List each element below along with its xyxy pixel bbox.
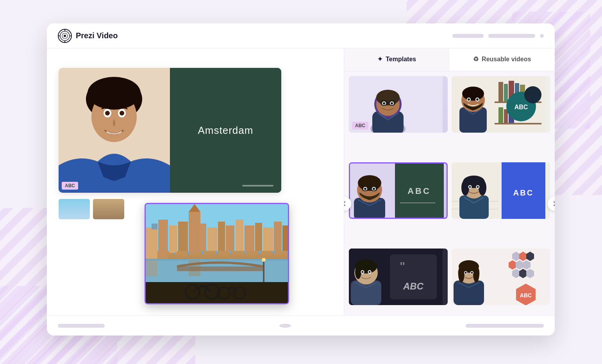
svg-point-118	[362, 271, 364, 273]
svg-point-15	[120, 111, 124, 115]
templates-tab-label: Templates	[386, 56, 416, 63]
top-bar-controls	[452, 34, 544, 38]
svg-rect-24	[198, 224, 206, 251]
svg-point-14	[105, 111, 110, 115]
svg-rect-109	[390, 254, 437, 299]
svg-point-135	[458, 265, 464, 282]
svg-point-11	[88, 77, 141, 110]
editor-panel: ABC Amsterdam	[47, 48, 344, 336]
bottom-pill-left	[58, 324, 105, 328]
svg-point-107	[477, 186, 479, 188]
tab-bar: ✦ Templates ♻ Reusable videos	[344, 48, 555, 71]
progress-indicator	[242, 185, 273, 186]
topbar-dot	[540, 34, 544, 38]
svg-point-72	[462, 87, 484, 101]
svg-rect-30	[255, 223, 262, 251]
svg-point-3	[64, 35, 66, 37]
svg-rect-32	[274, 222, 282, 251]
svg-point-140	[471, 272, 473, 274]
svg-rect-25	[207, 227, 217, 251]
filmstrip-thumb-2[interactable]	[93, 199, 124, 219]
template-card-1[interactable]: ABC	[349, 76, 448, 133]
canal-scene	[146, 204, 289, 304]
template-4-illustration: ABC	[452, 162, 545, 219]
canal-photo: ↖	[145, 203, 289, 304]
svg-rect-33	[282, 226, 289, 251]
svg-text:ABC: ABC	[513, 188, 533, 197]
svg-rect-20	[169, 226, 177, 253]
svg-text:": "	[400, 259, 405, 272]
reusable-tab-icon: ♻	[473, 55, 479, 63]
svg-rect-26	[218, 222, 225, 251]
svg-point-75	[468, 98, 470, 101]
template-card-3[interactable]: ABC	[349, 162, 448, 219]
bottom-pill-right	[466, 324, 544, 328]
svg-point-76	[476, 98, 479, 101]
svg-rect-61	[504, 84, 508, 101]
svg-text:ABC: ABC	[407, 186, 431, 196]
templates-panel: ✦ Templates ♻ Reusable videos	[344, 48, 555, 336]
tab-templates[interactable]: ✦ Templates	[344, 48, 450, 71]
svg-rect-69	[495, 123, 541, 124]
template-card-4[interactable]: ABC	[452, 162, 550, 219]
svg-rect-132	[454, 281, 484, 305]
bottom-center-dot	[279, 324, 291, 328]
svg-point-119	[369, 271, 371, 273]
app-bottom-bar	[47, 315, 555, 336]
svg-text:ABC: ABC	[403, 281, 424, 291]
template-5-illustration: " ABC	[349, 249, 443, 305]
top-bar: Prezi Video	[47, 23, 555, 48]
prezi-logo-icon	[58, 29, 72, 43]
svg-rect-28	[236, 220, 243, 251]
svg-point-106	[469, 186, 471, 188]
topbar-pill-2	[488, 34, 535, 38]
svg-point-136	[473, 265, 479, 282]
template-3-illustration: ABC	[350, 163, 444, 219]
svg-rect-60	[498, 82, 503, 101]
svg-point-103	[479, 180, 486, 195]
amsterdam-card: ABC Amsterdam	[59, 68, 281, 193]
svg-point-78	[524, 86, 541, 103]
svg-rect-18	[158, 220, 168, 259]
topbar-pill-1	[452, 34, 484, 38]
amsterdam-title: Amsterdam	[198, 124, 254, 137]
svg-point-102	[461, 180, 469, 195]
template-6-illustration: ABC	[452, 249, 545, 305]
template-card-5[interactable]: " ABC	[349, 249, 448, 305]
svg-point-54	[383, 102, 385, 105]
svg-rect-29	[245, 226, 254, 251]
svg-rect-66	[498, 107, 503, 123]
main-content: ABC Amsterdam	[47, 48, 555, 336]
filmstrip-thumb-1[interactable]	[59, 199, 90, 219]
svg-rect-17	[146, 227, 157, 259]
templates-grid: ABC	[344, 71, 555, 336]
templates-tab-icon: ✦	[377, 55, 382, 63]
svg-text:ABC: ABC	[514, 104, 528, 110]
template-2-illustration: ABC	[452, 76, 545, 133]
app-window: Prezi Video	[47, 23, 555, 336]
svg-point-90	[373, 188, 375, 190]
abc-photo-label: ABC	[62, 182, 78, 190]
svg-rect-35	[146, 259, 289, 261]
svg-rect-19	[152, 224, 157, 229]
svg-rect-99	[459, 195, 489, 219]
logo-area: Prezi Video	[58, 29, 118, 43]
tab-reusable[interactable]: ♻ Reusable videos	[450, 48, 555, 71]
svg-point-89	[364, 188, 366, 190]
svg-rect-31	[263, 227, 273, 251]
svg-rect-83	[400, 202, 435, 203]
template-card-6[interactable]: ABC	[452, 249, 550, 305]
svg-rect-36	[146, 261, 157, 276]
svg-point-55	[391, 102, 393, 105]
person-illustration	[59, 68, 170, 193]
svg-point-45	[262, 258, 266, 262]
svg-text:ABC: ABC	[520, 292, 531, 298]
app-title: Prezi Video	[76, 31, 118, 40]
template-card-2[interactable]: ABC	[452, 76, 550, 133]
amsterdam-text-panel: Amsterdam	[170, 68, 281, 193]
svg-rect-27	[226, 226, 234, 251]
svg-rect-44	[263, 261, 264, 282]
svg-rect-38	[177, 266, 263, 271]
svg-rect-21	[178, 222, 188, 251]
person-photo: ABC	[59, 68, 170, 193]
